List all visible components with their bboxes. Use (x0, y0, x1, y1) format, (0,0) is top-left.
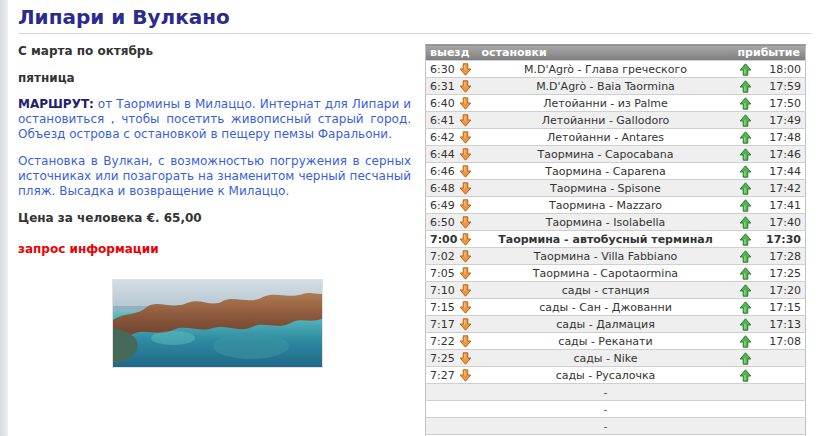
arrival-icon-cell (733, 214, 757, 231)
arrival-icon-cell (733, 129, 757, 146)
departure-icon-cell (454, 384, 478, 401)
down-arrow-icon (459, 284, 472, 297)
stop-name: Таормина - Capocabana (478, 146, 734, 163)
departure-time: 7:17 (426, 316, 454, 333)
arrival-icon-cell (733, 367, 757, 384)
stop-name: - (478, 384, 734, 401)
departure-icon-cell (454, 197, 478, 214)
up-arrow-icon (739, 97, 752, 110)
stop-name: сады - Nike (478, 350, 734, 367)
departure-time: 6:41 (426, 112, 454, 129)
arrival-time: 17:59 (757, 78, 805, 95)
down-arrow-icon (459, 335, 472, 348)
arrival-time: 17:48 (757, 129, 805, 146)
departure-time: 7:15 (426, 299, 454, 316)
stop-name: Летойанни - Gallodoro (478, 112, 734, 129)
arrival-icon-cell (733, 163, 757, 180)
up-arrow-icon (739, 318, 752, 331)
timetable-row: - (426, 418, 806, 435)
arrival-time (757, 367, 805, 384)
stop-name: Таормина - Caparena (478, 163, 734, 180)
arrival-time: 17:44 (757, 163, 805, 180)
route-paragraph: МАРШРУТ: от Таормины в Милаццо. Интернат… (18, 97, 411, 142)
arrival-time: 18:00 (757, 61, 805, 78)
timetable-row: - (426, 401, 806, 418)
up-arrow-icon (739, 63, 752, 76)
departure-time: 6:49 (426, 197, 454, 214)
departure-icon-cell (454, 401, 478, 418)
departure-icon-cell (454, 61, 478, 78)
arrival-icon-cell (733, 418, 757, 435)
stop-name: Таормина - автобусный терминал (478, 231, 734, 248)
arrival-time: 17:50 (757, 95, 805, 112)
down-arrow-icon (459, 148, 472, 161)
departure-time: 6:31 (426, 78, 454, 95)
timetable-row: 7:22 сады - Реканати 17:08 (426, 333, 806, 350)
timetable-row: 6:49 Таормина - Mazzaro 17:41 (426, 197, 806, 214)
request-info-link[interactable]: запрос информации (18, 242, 159, 256)
arrival-time (757, 401, 805, 418)
arrival-time: 17:28 (757, 248, 805, 265)
departure-icon-cell (454, 129, 478, 146)
arrival-time: 17:30 (757, 231, 805, 248)
up-arrow-icon (739, 199, 752, 212)
departure-time: 7:02 (426, 248, 454, 265)
stop-name: Таормина - Isolabella (478, 214, 734, 231)
timetable-row: 6:40 Летойанни - из Palme 17:50 (426, 95, 806, 112)
arrival-time: 17:49 (757, 112, 805, 129)
departure-time: 6:48 (426, 180, 454, 197)
departure-time (426, 384, 454, 401)
stop-name: сады - Сан - Джованни (478, 299, 734, 316)
arrival-icon-cell (733, 316, 757, 333)
page: Липари и Вулкано С марта по октябрь пятн… (0, 0, 820, 436)
up-arrow-icon (739, 352, 752, 365)
arrival-icon-cell (733, 350, 757, 367)
arrival-icon-cell (733, 282, 757, 299)
timetable-row: 6:30 M.D'Agrò - Глава греческого 18:00 (426, 61, 806, 78)
arrival-icon-cell (733, 401, 757, 418)
arrival-time: 17:40 (757, 214, 805, 231)
departure-time: 6:44 (426, 146, 454, 163)
arrival-time: 17:13 (757, 316, 805, 333)
arrival-time (757, 384, 805, 401)
timetable-row: 7:25 сады - Nike (426, 350, 806, 367)
stop-name: - (478, 401, 734, 418)
arrival-time: 17:20 (757, 282, 805, 299)
timetable-row: 7:27 сады - Русалочка (426, 367, 806, 384)
departure-time: 6:40 (426, 95, 454, 112)
departure-time: 6:42 (426, 129, 454, 146)
departure-time (426, 418, 454, 435)
weekday-text: пятница (18, 71, 411, 85)
down-arrow-icon (459, 63, 472, 76)
vulcano-paragraph: Остановка в Вулкан, с возможностью погру… (18, 154, 411, 199)
timetable-row: 6:42 Летойанни - Antares 17:48 (426, 129, 806, 146)
arrival-time: 17:46 (757, 146, 805, 163)
departure-icon-cell (454, 418, 478, 435)
arrival-icon-cell (733, 299, 757, 316)
up-arrow-icon (739, 114, 752, 127)
departure-icon-cell (454, 146, 478, 163)
down-arrow-icon (459, 114, 472, 127)
timetable-header-row: выезд остановки прибытие (426, 45, 806, 61)
down-arrow-icon (459, 233, 472, 246)
arrival-time: 17:41 (757, 197, 805, 214)
arrival-column-header: прибытие (733, 45, 805, 61)
departure-time: 7:10 (426, 282, 454, 299)
up-arrow-icon (739, 148, 752, 161)
departure-icon-cell (454, 282, 478, 299)
departure-icon-cell (454, 350, 478, 367)
departure-time: 7:22 (426, 333, 454, 350)
departure-time: 6:50 (426, 214, 454, 231)
timetable-row: 7:00 Таормина - автобусный терминал 17:3… (426, 231, 806, 248)
stop-name: Таормина - Spisone (478, 180, 734, 197)
timetable-row: 6:46 Таормина - Caparena 17:44 (426, 163, 806, 180)
arrival-icon-cell (733, 61, 757, 78)
timetable-row: 7:17 сады - Далмация 17:13 (426, 316, 806, 333)
timetable-row: 6:31 M.D'Agrò - Baia Taormina 17:59 (426, 78, 806, 95)
timetable: выезд остановки прибытие 6:30 M.D'Agrò -… (425, 44, 806, 436)
tour-description: С марта по октябрь пятница МАРШРУТ: от Т… (18, 44, 411, 368)
arrival-time: 17:08 (757, 333, 805, 350)
stop-name: сады - Русалочка (478, 367, 734, 384)
down-arrow-icon (459, 80, 472, 93)
page-title: Липари и Вулкано (18, 5, 230, 29)
